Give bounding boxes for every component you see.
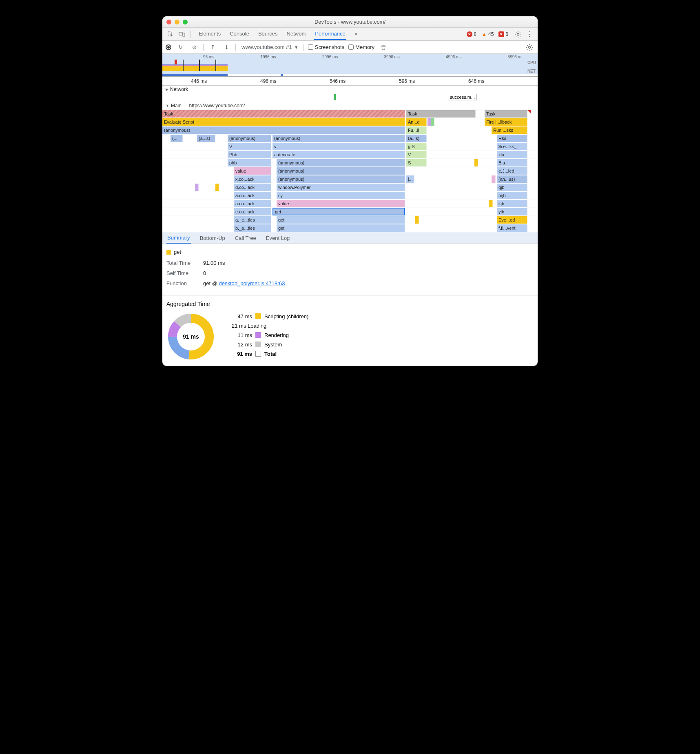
flame-bar[interactable]: Fire I...llback	[485, 118, 527, 126]
flame-bar[interactable]: Fu...ll	[406, 126, 427, 134]
flame-bar[interactable]: (anonymous)	[277, 159, 405, 166]
tab-elements[interactable]: Elements	[198, 28, 222, 40]
flame-bar[interactable]: x.co...ack	[234, 175, 271, 183]
kebab-icon[interactable]: ⋮	[525, 29, 534, 39]
flame-bar[interactable]: a.co...ack	[234, 192, 271, 199]
flame-bar[interactable]: (anonymous)	[277, 175, 405, 183]
flame-bar[interactable]	[474, 159, 478, 166]
flame-bar[interactable]: (anonymous)	[228, 135, 271, 142]
flame-bar[interactable]: e.J...led	[497, 167, 527, 175]
issue-badge[interactable]: ✕6	[498, 31, 508, 37]
tab-event-log[interactable]: Event Log	[265, 233, 291, 243]
flame-bar[interactable]: An...d	[406, 118, 427, 126]
flame-bar[interactable]: a.co...ack	[234, 200, 271, 207]
flame-bar[interactable]: get	[277, 216, 405, 224]
svg-rect-1	[179, 32, 182, 35]
flame-bar[interactable]: (an...us)	[497, 175, 527, 183]
flame-bar[interactable]: d.co...ack	[234, 184, 271, 191]
flame-bar[interactable]: cy	[277, 192, 405, 199]
flame-bar[interactable]: S	[406, 159, 427, 166]
flame-bar[interactable]: phb	[228, 159, 271, 166]
record-button[interactable]	[166, 44, 171, 50]
flame-task[interactable]: Task	[162, 110, 405, 118]
flame-bar[interactable]: Run ...sks	[492, 126, 527, 134]
flame-bar[interactable]	[415, 216, 419, 224]
flame-bar[interactable]: Phb	[228, 151, 271, 158]
gc-icon[interactable]	[379, 42, 388, 52]
flame-bar[interactable]: xla	[497, 151, 527, 158]
network-item[interactable]: success.m...	[448, 94, 477, 100]
flame-bar[interactable]	[215, 184, 219, 191]
flame-chart[interactable]: Task Task Task Evaluate Script An...d Fi…	[162, 109, 538, 232]
flame-bar-selected[interactable]: get	[272, 208, 405, 215]
tab-bottom-up[interactable]: Bottom-Up	[199, 233, 226, 243]
tab-network[interactable]: Network	[286, 28, 307, 40]
device-icon[interactable]	[177, 29, 187, 39]
flame-bar[interactable]: a._e...ties	[234, 216, 271, 224]
flame-bar[interactable]: j...	[406, 175, 414, 183]
inspect-icon[interactable]	[166, 29, 175, 39]
flame-bar[interactable]: (a...s)	[406, 135, 427, 142]
flame-bar[interactable]	[431, 118, 434, 126]
overview-strip[interactable]: 96 ms 1996 ms 2996 ms 3996 ms 4996 ms 59…	[162, 54, 538, 77]
screenshots-checkbox[interactable]: Screenshots	[308, 44, 344, 50]
flame-bar[interactable]: (...	[171, 135, 183, 142]
flame-bar[interactable]: b._e...ties	[234, 224, 271, 232]
warning-badge[interactable]: ▲45	[481, 31, 494, 37]
flame-bar[interactable]: v	[272, 143, 405, 150]
flame-bar[interactable]: e.co...ack	[234, 208, 271, 215]
flame-bar[interactable]: (a...s)	[197, 135, 215, 142]
minimize-button[interactable]	[175, 20, 179, 24]
flame-bar[interactable]	[492, 175, 496, 183]
flame-task[interactable]: Task	[406, 110, 476, 118]
tab-summary[interactable]: Summary	[166, 233, 191, 244]
flame-bar[interactable]: value	[234, 167, 271, 175]
summary-title: get	[166, 249, 534, 255]
reload-icon[interactable]: ↻	[175, 42, 185, 52]
flame-bar[interactable]: V	[228, 143, 271, 150]
flame-bar[interactable]: (anonymous)	[277, 167, 405, 175]
flame-bar[interactable]: (anonymous)	[162, 126, 405, 134]
flame-bar[interactable]: Bla	[497, 159, 527, 166]
flame-bar[interactable]: get	[277, 224, 405, 232]
flame-bar[interactable]: $i.e...ks_	[497, 143, 527, 150]
flame-bar[interactable]: mjb	[497, 192, 527, 199]
flame-task[interactable]: Task	[485, 110, 527, 118]
flame-bar[interactable]: Eve...ed	[497, 216, 527, 224]
error-badge[interactable]: ✕8	[467, 31, 476, 37]
flame-bar[interactable]	[489, 200, 493, 207]
tab-call-tree[interactable]: Call Tree	[234, 233, 257, 243]
flame-bar[interactable]: g.S	[406, 143, 427, 150]
flame-bar[interactable]: f.fi...vent	[497, 224, 527, 232]
flame-bar[interactable]	[195, 184, 199, 191]
main-track-header[interactable]: ▼Main — https://www.youtube.com/	[162, 102, 538, 109]
aggregated-panel: Aggregated Time 91 ms 47 ms Scripting (c…	[162, 295, 538, 366]
flame-bar[interactable]: kjb	[497, 200, 527, 207]
download-icon[interactable]: ⤓	[222, 42, 231, 52]
time-ruler[interactable]: 446 ms 496 ms 546 ms 596 ms 646 ms	[162, 77, 538, 86]
target-select[interactable]: www.youtube.com #1 ▾	[240, 43, 299, 51]
network-track-header[interactable]: ▶Network	[162, 86, 538, 93]
memory-checkbox[interactable]: Memory	[348, 44, 374, 50]
upload-icon[interactable]: ⤒	[208, 42, 217, 52]
flame-bar[interactable]: Rka	[497, 135, 527, 142]
close-button[interactable]	[166, 20, 171, 24]
tab-more[interactable]: »	[354, 28, 358, 40]
flame-bar[interactable]: value	[277, 200, 405, 207]
flame-bar[interactable]: window.Polymer	[277, 184, 405, 191]
tab-console[interactable]: Console	[229, 28, 250, 40]
flame-bar[interactable]: qjb	[497, 184, 527, 191]
network-marker[interactable]	[334, 94, 336, 100]
flame-bar[interactable]: V	[406, 151, 427, 158]
gear-icon[interactable]	[513, 29, 523, 39]
clear-icon[interactable]: ⊘	[189, 42, 199, 52]
function-link[interactable]: desktop_polymer.js:4718:63	[219, 280, 285, 286]
flame-bar[interactable]: (anonymous)	[272, 135, 405, 142]
flame-bar[interactable]: yib	[497, 208, 527, 215]
tab-sources[interactable]: Sources	[257, 28, 279, 40]
flame-bar[interactable]: Evaluate Script	[162, 118, 405, 126]
zoom-button[interactable]	[183, 20, 188, 24]
settings-icon[interactable]	[525, 42, 534, 52]
tab-performance[interactable]: Performance	[314, 28, 346, 40]
flame-bar[interactable]: a.decorate	[272, 151, 405, 158]
